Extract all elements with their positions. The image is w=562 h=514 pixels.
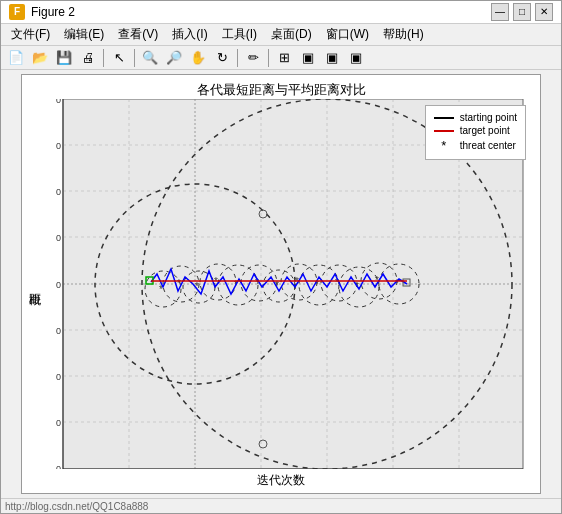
legend-label-starting: starting point	[460, 112, 517, 123]
window-controls[interactable]: — □ ✕	[491, 3, 553, 21]
plot-area: 各代最短距离与平均距离对比 概距 迭代次数	[21, 74, 541, 494]
toolbar-grid3[interactable]: ▣	[321, 47, 343, 69]
toolbar-open[interactable]: 📂	[29, 47, 51, 69]
svg-text:300: 300	[56, 141, 61, 151]
toolbar-grid4[interactable]: ▣	[345, 47, 367, 69]
toolbar-grid2[interactable]: ▣	[297, 47, 319, 69]
legend: starting point target point * threat cen…	[425, 105, 526, 160]
menu-view[interactable]: 查看(V)	[112, 24, 164, 45]
menu-file[interactable]: 文件(F)	[5, 24, 56, 45]
toolbar-pointer[interactable]: ↖	[108, 47, 130, 69]
toolbar-sep2	[134, 49, 135, 67]
legend-line-starting	[434, 117, 454, 119]
maximize-button[interactable]: □	[513, 3, 531, 21]
menu-tools[interactable]: 工具(I)	[216, 24, 263, 45]
svg-text:100: 100	[56, 233, 61, 243]
app-icon: F	[9, 4, 25, 20]
menubar: 文件(F) 编辑(E) 查看(V) 插入(I) 工具(I) 桌面(D) 窗口(W…	[1, 24, 561, 46]
legend-line-target	[434, 130, 454, 132]
legend-star-threat: *	[434, 138, 454, 153]
svg-text:-100: -100	[56, 326, 61, 336]
toolbar-new[interactable]: 📄	[5, 47, 27, 69]
toolbar-zoom-in[interactable]: 🔍	[139, 47, 161, 69]
toolbar-save[interactable]: 💾	[53, 47, 75, 69]
legend-target-point: target point	[434, 125, 517, 136]
legend-label-target: target point	[460, 125, 510, 136]
window-title: Figure 2	[31, 5, 75, 19]
toolbar-sep3	[237, 49, 238, 67]
svg-text:-400: -400	[56, 464, 61, 469]
toolbar-print[interactable]: 🖨	[77, 47, 99, 69]
toolbar-zoom-out[interactable]: 🔎	[163, 47, 185, 69]
svg-text:-300: -300	[56, 418, 61, 428]
toolbar-rotate[interactable]: ↻	[211, 47, 233, 69]
menu-window[interactable]: 窗口(W)	[320, 24, 375, 45]
legend-threat-center: * threat center	[434, 138, 517, 153]
minimize-button[interactable]: —	[491, 3, 509, 21]
menu-help[interactable]: 帮助(H)	[377, 24, 430, 45]
menu-edit[interactable]: 编辑(E)	[58, 24, 110, 45]
svg-text:400: 400	[56, 99, 61, 105]
statusbar-text: http://blog.csdn.net/QQ1C8a888	[5, 501, 148, 512]
toolbar-sep1	[103, 49, 104, 67]
toolbar-sep4	[268, 49, 269, 67]
svg-text:-200: -200	[56, 372, 61, 382]
close-button[interactable]: ✕	[535, 3, 553, 21]
menu-insert[interactable]: 插入(I)	[166, 24, 213, 45]
svg-text:0: 0	[56, 280, 61, 290]
legend-label-threat: threat center	[460, 140, 516, 151]
menu-desktop[interactable]: 桌面(D)	[265, 24, 318, 45]
titlebar-left: F Figure 2	[9, 4, 75, 20]
toolbar: 📄 📂 💾 🖨 ↖ 🔍 🔎 ✋ ↻ ✏ ⊞ ▣ ▣ ▣	[1, 46, 561, 70]
x-axis-label: 迭代次数	[22, 472, 540, 489]
legend-starting-point: starting point	[434, 112, 517, 123]
toolbar-brush[interactable]: ✏	[242, 47, 264, 69]
main-window: F Figure 2 — □ ✕ 文件(F) 编辑(E) 查看(V) 插入(I)…	[0, 0, 562, 514]
toolbar-pan[interactable]: ✋	[187, 47, 209, 69]
titlebar: F Figure 2 — □ ✕	[1, 1, 561, 24]
svg-text:200: 200	[56, 187, 61, 197]
toolbar-grid1[interactable]: ⊞	[273, 47, 295, 69]
plot-title: 各代最短距离与平均距离对比	[22, 81, 540, 99]
statusbar: http://blog.csdn.net/QQ1C8a888	[1, 498, 561, 513]
plot-container: 各代最短距离与平均距离对比 概距 迭代次数	[1, 70, 561, 498]
